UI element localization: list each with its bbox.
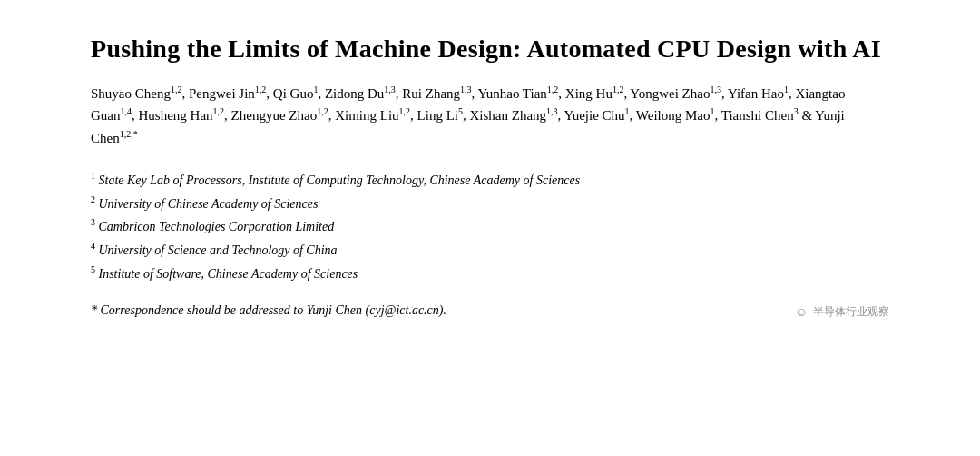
affiliations-block: 1 State Key Lab of Processors, Institute…	[91, 169, 889, 284]
sup-11: 1,2	[213, 106, 225, 116]
affiliation-3: 3 Cambricon Technologies Corporation Lim…	[91, 215, 889, 237]
sup-17: 1	[710, 106, 715, 116]
sup-16: 1	[625, 106, 630, 116]
watermark: ☺ 半导体行业观察	[795, 304, 889, 320]
sup-10: 1,4	[121, 106, 132, 116]
affiliation-sup-3: 3	[91, 217, 95, 227]
affiliation-1: 1 State Key Lab of Processors, Institute…	[91, 169, 889, 191]
correspondence-block: * Correspondence should be addressed to …	[91, 301, 889, 320]
affiliation-sup-4: 4	[91, 241, 95, 251]
sup-13: 1,2	[399, 106, 411, 116]
affiliation-sup-5: 5	[91, 264, 95, 274]
sup-15: 1,3	[546, 106, 558, 116]
affiliation-sup-2: 2	[91, 194, 95, 204]
sup-2: 1,2	[255, 84, 267, 94]
sup-19: 1,2,*	[120, 129, 138, 139]
paper-container: Pushing the Limits of Machine Design: Au…	[54, 0, 926, 347]
paper-title: Pushing the Limits of Machine Design: Au…	[91, 33, 889, 64]
sup-1: 1,2	[171, 84, 182, 94]
sup-9: 1	[784, 84, 789, 94]
affiliation-5: 5 Institute of Software, Chinese Academy…	[91, 263, 889, 284]
affiliation-2-text: University of Chinese Academy of Science…	[99, 196, 318, 210]
sup-5: 1,3	[460, 84, 472, 94]
authors-block: Shuyao Cheng1,2, Pengwei Jin1,2, Qi Guo1…	[91, 83, 889, 149]
affiliation-5-text: Institute of Software, Chinese Academy o…	[99, 266, 358, 280]
sup-18: 3	[794, 106, 799, 116]
affiliation-1-text: State Key Lab of Processors, Institute o…	[99, 173, 581, 186]
watermark-icon: ☺	[795, 304, 808, 319]
sup-12: 1,2	[317, 106, 328, 116]
sup-4: 1,3	[384, 84, 396, 94]
affiliation-4: 4 University of Science and Technology o…	[91, 239, 889, 261]
sup-6: 1,2	[547, 84, 559, 94]
sup-3: 1	[313, 84, 318, 94]
sup-14: 5	[458, 106, 463, 116]
watermark-text: 半导体行业观察	[813, 304, 889, 320]
affiliation-2: 2 University of Chinese Academy of Scien…	[91, 193, 889, 214]
correspondence-text: * Correspondence should be addressed to …	[91, 303, 446, 317]
affiliation-sup-1: 1	[91, 171, 95, 181]
sup-8: 1,3	[710, 84, 721, 94]
affiliation-3-text: Cambricon Technologies Corporation Limit…	[99, 220, 335, 233]
sup-7: 1,2	[612, 84, 624, 94]
affiliation-4-text: University of Science and Technology of …	[99, 243, 338, 257]
